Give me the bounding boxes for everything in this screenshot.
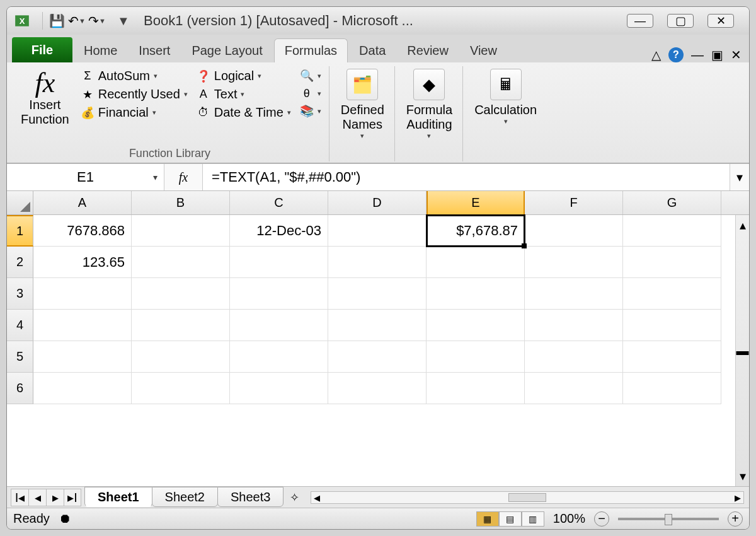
worksheet-grid[interactable]: ABCDEFG 17678.86812-Dec-03$7,678.872123.… (7, 191, 749, 486)
cell-C4[interactable] (230, 310, 328, 341)
cell-F5[interactable] (525, 341, 623, 373)
save-icon[interactable]: 💾 (48, 12, 66, 30)
zoom-out-button[interactable]: − (594, 511, 609, 527)
col-header-A[interactable]: A (33, 191, 132, 214)
row-header-4[interactable]: 4 (7, 310, 33, 341)
split-handle-icon[interactable]: ▬ (736, 344, 749, 358)
cell-E4[interactable] (427, 310, 525, 341)
cell-B4[interactable] (132, 310, 230, 341)
insert-function-fx-button[interactable]: fx (164, 164, 202, 190)
cell-F6[interactable] (525, 373, 623, 404)
autosum-button[interactable]: ΣAutoSum ▾ (78, 67, 190, 84)
scroll-up-icon[interactable]: ▴ (740, 218, 746, 233)
col-header-G[interactable]: G (623, 191, 721, 214)
cell-G3[interactable] (623, 278, 721, 310)
calculation-button[interactable]: 🖩 Calculation ▾ (469, 67, 542, 159)
defined-names-button[interactable]: 🗂️ Defined Names ▾ (336, 67, 389, 159)
cell-A2[interactable]: 123.65 (33, 247, 132, 278)
recently-used-button[interactable]: ★Recently Used ▾ (78, 86, 190, 103)
workbook-restore-icon[interactable]: ▣ (711, 47, 723, 62)
cell-C5[interactable] (230, 341, 328, 373)
minimize-ribbon-icon[interactable]: △ (651, 47, 661, 62)
cell-D3[interactable] (328, 278, 427, 310)
horizontal-scrollbar[interactable]: ◂ ▸ (311, 491, 744, 504)
view-page-break-button[interactable]: ▥ (522, 511, 544, 527)
cell-E1[interactable]: $7,678.87 (427, 215, 525, 247)
scroll-left-icon[interactable]: ◂ (314, 490, 320, 505)
qat-customize-icon[interactable]: ▼ (115, 12, 132, 30)
more-functions-button[interactable]: 📚▾ (297, 103, 324, 119)
scroll-thumb[interactable] (508, 493, 546, 502)
cell-D4[interactable] (328, 310, 427, 341)
formula-auditing-button[interactable]: ◆ Formula Auditing ▾ (401, 67, 457, 159)
row-header-2[interactable]: 2 (7, 247, 33, 278)
view-normal-button[interactable]: ▦ (476, 511, 499, 527)
expand-formula-bar-icon[interactable]: ▾ (730, 164, 749, 190)
cell-E2[interactable] (427, 247, 525, 278)
math-trig-button[interactable]: θ▾ (297, 85, 324, 102)
cell-C6[interactable] (230, 373, 328, 404)
cell-A3[interactable] (33, 278, 132, 310)
name-box-dropdown-icon[interactable]: ▾ (153, 172, 158, 182)
minimize-button[interactable]: — (627, 14, 653, 28)
name-box[interactable]: E1 ▾ (7, 164, 164, 190)
col-header-D[interactable]: D (328, 191, 427, 214)
new-sheet-button[interactable]: ✧ (284, 491, 306, 504)
view-page-layout-button[interactable]: ▤ (499, 511, 522, 527)
cell-C1[interactable]: 12-Dec-03 (230, 215, 328, 247)
ribbon-tab-data[interactable]: Data (349, 38, 396, 62)
vertical-scrollbar[interactable]: ▴ ▬ ▾ (735, 215, 749, 486)
lookup-reference-button[interactable]: 🔍▾ (297, 67, 324, 84)
sheet-tab-sheet1[interactable]: Sheet1 (84, 487, 152, 507)
date-time-button[interactable]: ⏱Date & Time ▾ (194, 104, 294, 121)
ribbon-tab-page-layout[interactable]: Page Layout (181, 38, 272, 62)
sheet-tab-sheet3[interactable]: Sheet3 (217, 487, 284, 507)
sheet-tab-sheet2[interactable]: Sheet2 (152, 487, 218, 507)
cell-G1[interactable] (623, 215, 721, 247)
ribbon-tab-review[interactable]: Review (397, 38, 459, 62)
cell-B2[interactable] (132, 247, 230, 278)
insert-function-button[interactable]: fx Insert Function (16, 67, 74, 146)
cell-G2[interactable] (623, 247, 721, 278)
ribbon-tab-view[interactable]: View (460, 38, 507, 62)
col-header-E[interactable]: E (427, 191, 525, 214)
select-all-corner[interactable] (7, 191, 33, 214)
macro-record-icon[interactable]: ⏺ (59, 511, 71, 526)
cell-A5[interactable] (33, 341, 132, 373)
cell-A1[interactable]: 7678.868 (33, 215, 132, 247)
help-icon[interactable]: ? (668, 47, 684, 62)
cell-G6[interactable] (623, 373, 721, 404)
logical-button[interactable]: ❓Logical ▾ (194, 67, 294, 84)
cell-B1[interactable] (132, 215, 230, 247)
undo-icon[interactable]: ↶▼ (68, 12, 86, 30)
cell-A4[interactable] (33, 310, 132, 341)
col-header-B[interactable]: B (132, 191, 230, 214)
cell-B5[interactable] (132, 341, 230, 373)
cell-G5[interactable] (623, 341, 721, 373)
zoom-slider[interactable] (618, 518, 719, 520)
scroll-right-icon[interactable]: ▸ (735, 490, 741, 505)
cell-F4[interactable] (525, 310, 623, 341)
cell-G4[interactable] (623, 310, 721, 341)
col-header-F[interactable]: F (525, 191, 623, 214)
zoom-level[interactable]: 100% (553, 511, 585, 526)
close-button[interactable]: ✕ (707, 14, 734, 28)
redo-icon[interactable]: ↷▼ (88, 12, 106, 30)
cell-D5[interactable] (328, 341, 427, 373)
sheet-nav-first-icon[interactable]: І◂ (11, 489, 28, 506)
scroll-down-icon[interactable]: ▾ (740, 469, 746, 484)
cell-C2[interactable] (230, 247, 328, 278)
sheet-nav-last-icon[interactable]: ▸І (64, 489, 81, 506)
formula-input[interactable]: =TEXT(A1, "$#,##0.00") (202, 164, 730, 190)
workbook-minimize-icon[interactable]: — (691, 48, 704, 62)
zoom-in-button[interactable]: + (728, 511, 743, 527)
row-header-3[interactable]: 3 (7, 278, 33, 310)
cell-F1[interactable] (525, 215, 623, 247)
text-button[interactable]: AText ▾ (194, 86, 294, 103)
maximize-button[interactable]: ▢ (667, 14, 694, 28)
ribbon-tab-insert[interactable]: Insert (129, 38, 180, 62)
cell-E5[interactable] (427, 341, 525, 373)
sheet-nav-next-icon[interactable]: ▸ (46, 489, 64, 506)
cell-F2[interactable] (525, 247, 623, 278)
financial-button[interactable]: 💰Financial ▾ (78, 104, 190, 121)
